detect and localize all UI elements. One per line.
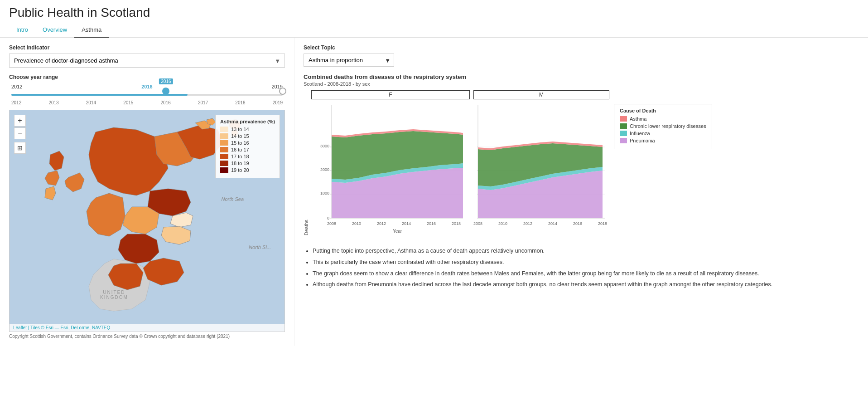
chart-and-legend: Deaths F — [304, 90, 859, 238]
svg-text:2008: 2008 — [327, 221, 336, 226]
legend-label-4: 17 to 18 — [231, 154, 249, 159]
copyright-text: Copyright Scottish Government, contains … — [9, 334, 285, 339]
left-panel: Select Indicator Prevalence of doctor-di… — [0, 38, 294, 346]
legend-item-5: 18 to 19 — [220, 161, 275, 166]
legend-box-item-2: Influenza — [620, 131, 706, 136]
svg-text:2018: 2018 — [452, 221, 461, 226]
female-area-chart: 0 1000 2000 3000 — [311, 100, 470, 236]
topic-section: Select Topic Asthma in proportion ▼ — [304, 44, 859, 67]
slider-track — [11, 94, 283, 96]
map-label-north-sea: North Sea — [221, 196, 244, 202]
legend-box-color-asthma — [620, 116, 627, 122]
svg-text:2010: 2010 — [498, 221, 507, 226]
chart-y-axis-wrapper: Deaths — [304, 90, 309, 235]
legend-color-4 — [220, 154, 228, 159]
male-area-chart: 2008 2010 2012 2014 2016 2018 — [473, 100, 609, 236]
legend-item-0: 13 to 14 — [220, 127, 275, 132]
bullet-2: The graph does seem to show a clear diff… — [313, 269, 859, 278]
tick-2019: 2019 — [273, 100, 283, 105]
map-zoom-out[interactable]: − — [14, 127, 26, 139]
legend-box-label-chronic: Chronic lower respiratory diseases — [630, 123, 706, 129]
tick-2018: 2018 — [235, 100, 245, 105]
svg-text:2016: 2016 — [427, 221, 436, 226]
legend-label-3: 16 to 17 — [231, 147, 249, 152]
panel-label-m: M — [473, 90, 609, 99]
bullet-points: Putting the topic into perspective, Asth… — [304, 244, 859, 294]
svg-text:2000: 2000 — [320, 167, 329, 172]
indicator-dropdown[interactable]: Prevalence of doctor-diagnosed asthma — [9, 54, 285, 68]
panel-label-f: F — [311, 90, 470, 99]
bullet-0: Putting the topic into perspective, Asth… — [313, 247, 859, 255]
slider-year-start: 2012 — [11, 84, 22, 89]
tab-overview[interactable]: Overview — [35, 23, 74, 38]
y-axis-label: Deaths — [304, 117, 309, 235]
tab-intro[interactable]: Intro — [9, 23, 35, 38]
legend-box-title: Cause of Death — [620, 108, 706, 113]
map-zoom-in[interactable]: + — [14, 115, 26, 127]
slider-track-wrapper[interactable]: 2016 — [11, 90, 283, 99]
legend-item-2: 15 to 16 — [220, 140, 275, 146]
map-layers-btn[interactable]: ⊞ — [14, 142, 26, 154]
legend-color-5 — [220, 161, 228, 166]
chart-title: Combined deaths from diseases of the res… — [304, 73, 859, 80]
legend-box-label-pneumonia: Pneumonia — [630, 138, 655, 143]
legend-color-1 — [220, 133, 228, 139]
legend-item-4: 17 to 18 — [220, 154, 275, 159]
chart-male: M — [473, 90, 609, 238]
legend-color-3 — [220, 147, 228, 152]
right-panel: Select Topic Asthma in proportion ▼ Comb… — [294, 38, 868, 346]
tick-2013: 2013 — [48, 100, 58, 105]
map-legend: Asthma prevalence (%) 13 to 14 14 to 15 … — [215, 115, 280, 178]
slider-fill — [11, 94, 188, 96]
bullet-1: This is particularly the case when contr… — [313, 258, 859, 267]
legend-box-item-1: Chronic lower respiratory diseases — [620, 123, 706, 129]
chart-subtitle: Scotland - 2008-2018 - by sex — [304, 81, 859, 87]
legend-label-0: 13 to 14 — [231, 127, 249, 132]
legend-color-6 — [220, 167, 228, 173]
map-label-north-si: North Si... — [249, 244, 271, 250]
tab-bar: Intro Overview Asthma — [0, 23, 868, 38]
legend-label-1: 14 to 15 — [231, 133, 249, 139]
legend-box-color-pneumonia — [620, 138, 627, 143]
tick-2017: 2017 — [198, 100, 208, 105]
svg-text:2014: 2014 — [402, 221, 411, 226]
svg-text:2010: 2010 — [352, 221, 361, 226]
slider-thumb-label: 2016 — [159, 78, 173, 84]
legend-color-2 — [220, 140, 228, 146]
map-container: + − ⊞ — [9, 110, 285, 332]
insights-list: Putting the topic into perspective, Asth… — [304, 247, 859, 289]
tick-2015: 2015 — [123, 100, 133, 105]
legend-box-label-asthma: Asthma — [630, 116, 646, 122]
indicator-label: Select Indicator — [9, 44, 285, 51]
svg-text:3000: 3000 — [320, 144, 329, 148]
legend-color-0 — [220, 127, 228, 132]
legend-box-color-influenza — [620, 131, 627, 136]
slider-tick-labels: 2012 2013 2014 2015 2016 2017 2018 2019 — [11, 100, 283, 105]
tick-2016: 2016 — [161, 100, 171, 105]
page-title: Public Health in Scotland — [0, 0, 868, 23]
bullet-3: Although deaths from Pneumonia have decl… — [313, 280, 859, 289]
tab-asthma[interactable]: Asthma — [74, 23, 109, 38]
topic-dropdown[interactable]: Asthma in proportion — [304, 54, 394, 67]
topic-label: Select Topic — [304, 44, 859, 51]
legend-title: Asthma prevalence (%) — [220, 119, 275, 124]
legend-label-5: 18 to 19 — [231, 161, 249, 166]
svg-text:2012: 2012 — [377, 221, 386, 226]
svg-text:Year: Year — [393, 229, 402, 234]
legend-box-item-0: Asthma — [620, 116, 706, 122]
leaflet-link[interactable]: Leaflet | Tiles © Esri — Esri, DeLorme, … — [13, 325, 110, 330]
tick-2014: 2014 — [86, 100, 96, 105]
map-controls: + − ⊞ — [14, 115, 26, 154]
chart-female: F 0 1000 2000 — [311, 90, 470, 238]
legend-label-6: 19 to 20 — [231, 167, 249, 173]
chart-section: Combined deaths from diseases of the res… — [304, 73, 859, 238]
svg-text:2016: 2016 — [573, 221, 582, 226]
slider-thumb-right[interactable] — [279, 88, 286, 95]
legend-item-1: 14 to 15 — [220, 133, 275, 139]
svg-text:1000: 1000 — [320, 191, 329, 195]
dual-charts: F 0 1000 2000 — [311, 90, 609, 238]
slider-year-current: 2016 — [141, 84, 152, 89]
year-slider[interactable]: 2012 2016 2019 2016 2012 2013 2014 2015 — [9, 84, 285, 105]
svg-text:2012: 2012 — [523, 221, 532, 226]
svg-text:2014: 2014 — [548, 221, 557, 226]
